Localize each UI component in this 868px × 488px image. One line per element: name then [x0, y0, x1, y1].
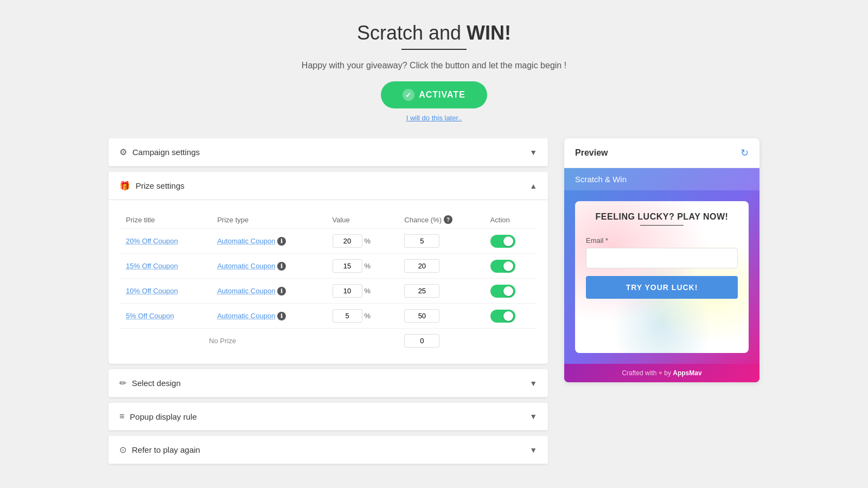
preview-title: Preview — [575, 148, 608, 158]
design-icon: ✏ — [119, 378, 126, 388]
right-panel: Preview ↻ Scratch & Win FEELING LUCKY? P… — [564, 138, 760, 464]
type-info-icon-3[interactable]: ℹ — [277, 287, 286, 296]
prize-settings-header[interactable]: 🎁 Prize settings ▲ — [108, 172, 548, 200]
popup-display-label: Popup display rule — [130, 412, 196, 421]
campaign-settings-header[interactable]: ⚙ Campaign settings ▼ — [108, 138, 548, 166]
col-header-value: Value — [326, 211, 398, 229]
col-header-prize-type: Prize type — [210, 211, 326, 229]
prize-settings-section: 🎁 Prize settings ▲ Prize title Prize typ… — [108, 172, 548, 364]
page-title: Scratch and WIN! — [108, 22, 760, 44]
chevron-down-icon-refer: ▼ — [529, 446, 537, 454]
chance-input-2[interactable] — [404, 259, 439, 273]
chevron-down-icon: ▼ — [529, 148, 537, 157]
table-row: 15% Off Coupon Automatic Coupon ℹ — [119, 254, 537, 279]
value-cell-3: % — [333, 284, 392, 298]
prize-title-link-3[interactable]: 10% Off Coupon — [126, 287, 178, 295]
email-label: Email * — [586, 236, 738, 245]
refer-to-play-header[interactable]: ⊙ Refer to play again ▼ — [108, 436, 548, 464]
email-input-preview[interactable] — [586, 248, 738, 268]
toggle-switch-1[interactable] — [490, 235, 515, 248]
type-info-icon-1[interactable]: ℹ — [277, 237, 286, 246]
refresh-icon[interactable]: ↻ — [741, 147, 749, 159]
col-header-chance: Chance (%) ? — [398, 211, 483, 229]
chance-input-4[interactable] — [404, 309, 439, 323]
type-info-icon-2[interactable]: ℹ — [277, 262, 286, 271]
page-header: Scratch and WIN! Happy with your giveawa… — [108, 22, 760, 122]
refer-to-play-section: ⊙ Refer to play again ▼ — [108, 436, 548, 464]
prize-type-link-2[interactable]: Automatic Coupon ℹ — [217, 262, 319, 271]
preview-header: Preview ↻ — [564, 138, 760, 168]
header-subtitle: Happy with your giveaway? Click the butt… — [108, 61, 760, 70]
value-cell-1: % — [333, 234, 392, 248]
scratch-win-preview: Scratch & Win FEELING LUCKY? PLAY NOW! E… — [564, 168, 760, 382]
prize-type-link-1[interactable]: Automatic Coupon ℹ — [217, 237, 319, 246]
select-design-section: ✏ Select design ▼ — [108, 369, 548, 397]
preview-card: Preview ↻ Scratch & Win FEELING LUCKY? P… — [564, 138, 760, 382]
refer-icon: ⊙ — [119, 445, 126, 455]
popup-icon: ≡ — [119, 412, 124, 421]
toggle-switch-3[interactable] — [490, 285, 515, 298]
later-link[interactable]: I will do this later.. — [108, 114, 760, 122]
prize-title-link-4[interactable]: 5% Off Coupon — [126, 312, 174, 320]
select-design-header[interactable]: ✏ Select design ▼ — [108, 369, 548, 397]
col-header-prize-title: Prize title — [119, 211, 210, 229]
chevron-down-icon-popup: ▼ — [529, 412, 537, 421]
no-prize-label: No Prize — [209, 337, 236, 345]
chance-input-1[interactable] — [404, 234, 439, 248]
feeling-lucky-text: FEELING LUCKY? PLAY NOW! — [586, 212, 738, 222]
col-header-action: Action — [484, 211, 537, 229]
prize-title-link-2[interactable]: 15% Off Coupon — [126, 262, 178, 270]
check-icon: ✓ — [403, 89, 414, 101]
heart-icon: ♥ — [659, 369, 662, 377]
prize-type-link-3[interactable]: Automatic Coupon ℹ — [217, 287, 319, 296]
campaign-settings-section: ⚙ Campaign settings ▼ — [108, 138, 548, 166]
refer-to-play-label: Refer to play again — [132, 445, 200, 454]
value-input-4[interactable] — [333, 309, 362, 323]
value-input-2[interactable] — [333, 259, 362, 273]
toggle-switch-4[interactable] — [490, 310, 515, 323]
value-cell-4: % — [333, 309, 392, 323]
prize-settings-label: Prize settings — [136, 181, 184, 190]
lucky-underline — [640, 225, 684, 226]
preview-footer: Crafted with ♥ by AppsMav — [564, 364, 760, 382]
prize-table: Prize title Prize type Value Chance (%) … — [119, 211, 537, 353]
activate-button[interactable]: ✓ ACTIVATE — [381, 81, 487, 108]
table-row: 10% Off Coupon Automatic Coupon ℹ — [119, 279, 537, 304]
chance-input-3[interactable] — [404, 284, 439, 298]
table-row-no-prize: No Prize — [119, 329, 537, 354]
campaign-settings-label: Campaign settings — [132, 147, 200, 157]
table-row: 20% Off Coupon Automatic Coupon ℹ — [119, 229, 537, 254]
prize-title-link-1[interactable]: 20% Off Coupon — [126, 237, 178, 245]
select-design-label: Select design — [132, 378, 181, 388]
prize-type-link-4[interactable]: Automatic Coupon ℹ — [217, 312, 319, 320]
popup-display-section: ≡ Popup display rule ▼ — [108, 403, 548, 431]
prize-settings-body: Prize title Prize type Value Chance (%) … — [108, 200, 548, 364]
scratch-win-content: FEELING LUCKY? PLAY NOW! Email * TRY YOU… — [575, 201, 749, 353]
value-input-3[interactable] — [333, 284, 362, 298]
appsmav-link[interactable]: AppsMav — [673, 369, 701, 377]
settings-icon: ⚙ — [119, 147, 127, 157]
title-underline — [401, 49, 467, 50]
try-luck-button[interactable]: TRY YOUR LUCK! — [586, 276, 738, 299]
preview-body: Scratch & Win FEELING LUCKY? PLAY NOW! E… — [564, 168, 760, 382]
chevron-down-icon-design: ▼ — [529, 379, 537, 388]
chevron-up-icon: ▲ — [529, 182, 537, 190]
scratch-win-header: Scratch & Win — [564, 168, 760, 190]
chance-input-no-prize[interactable] — [404, 334, 439, 348]
value-cell-2: % — [333, 259, 392, 273]
toggle-switch-2[interactable] — [490, 260, 515, 273]
popup-display-header[interactable]: ≡ Popup display rule ▼ — [108, 403, 548, 431]
value-input-1[interactable] — [333, 234, 362, 248]
gift-icon: 🎁 — [119, 181, 130, 191]
chance-info-icon[interactable]: ? — [444, 215, 452, 224]
type-info-icon-4[interactable]: ℹ — [277, 312, 286, 320]
left-panel: ⚙ Campaign settings ▼ 🎁 Prize settings ▲ — [108, 138, 548, 464]
table-row: 5% Off Coupon Automatic Coupon ℹ — [119, 304, 537, 329]
scratch-win-inner: FEELING LUCKY? PLAY NOW! Email * TRY YOU… — [586, 212, 738, 299]
